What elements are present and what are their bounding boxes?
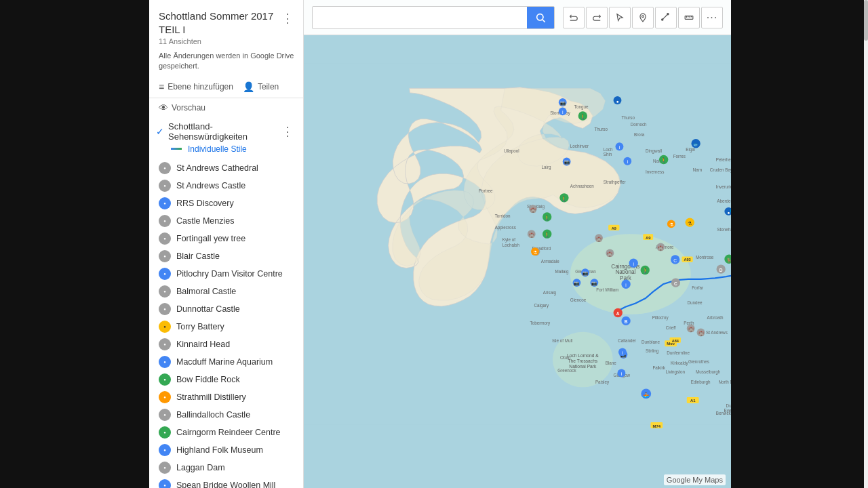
poi-icon: ● <box>159 250 171 262</box>
svg-text:🚶: 🚶 <box>544 215 551 221</box>
svg-text:The Trossachs: The Trossachs <box>568 359 598 363</box>
svg-point-2 <box>642 15 644 17</box>
svg-text:Tongue: Tongue <box>574 104 589 110</box>
share-button[interactable]: 👤 Teilen <box>243 81 279 92</box>
add-layer-button[interactable]: ≡ Ebene hinzufügen <box>159 81 233 92</box>
svg-text:North Berwick: North Berwick <box>718 380 731 384</box>
marker-tool-button[interactable] <box>632 7 654 28</box>
layer-menu-button[interactable]: ⋮ <box>279 123 296 140</box>
svg-text:Mallaig: Mallaig <box>555 269 569 274</box>
poi-icon: ● <box>159 462 171 474</box>
svg-text:A93: A93 <box>684 258 690 262</box>
layer-checkmark: ✓ <box>156 126 164 137</box>
poi-name: Kinnaird Head <box>176 340 295 349</box>
poi-item[interactable]: ●Pitlochry Dam Visitor Centre <box>149 265 303 283</box>
poi-item[interactable]: ●RRS Discovery <box>149 195 303 212</box>
poi-item[interactable]: ●Laggan Dam <box>149 459 303 476</box>
poi-item[interactable]: ●Highland Folk Museum <box>149 441 303 459</box>
svg-text:A1: A1 <box>690 399 696 403</box>
svg-text:Fort William: Fort William <box>596 287 618 292</box>
svg-text:C: C <box>674 281 677 286</box>
redo-button[interactable] <box>586 7 608 28</box>
svg-text:Thurso: Thurso <box>594 127 608 131</box>
svg-text:Isle of Mull: Isle of Mull <box>552 338 572 343</box>
map-title: Schottland Sommer 2017 TEIL I <box>159 9 280 36</box>
measure-button[interactable] <box>678 7 700 28</box>
svg-text:📷: 📷 <box>574 280 580 286</box>
poi-item[interactable]: ●Bow Fiddle Rock <box>149 371 303 388</box>
svg-text:Kirkcaldy: Kirkcaldy <box>671 361 688 366</box>
svg-text:🏰: 🏰 <box>688 326 694 332</box>
svg-text:Calgary: Calgary <box>534 303 549 308</box>
poi-icon: ● <box>159 373 171 386</box>
svg-text:📷: 📷 <box>560 100 566 106</box>
svg-text:Lochalsh: Lochalsh <box>502 243 520 247</box>
svg-text:Dunfermline: Dunfermline <box>667 350 690 355</box>
svg-text:Brora: Brora <box>634 132 645 137</box>
undo-button[interactable] <box>563 7 585 28</box>
svg-text:●: ● <box>727 210 730 215</box>
poi-item[interactable]: ●Fortingall yew tree <box>149 230 303 247</box>
svg-text:Shin: Shin <box>604 152 612 157</box>
svg-text:Loch: Loch <box>604 147 613 152</box>
more-tools-button[interactable]: ··· <box>701 7 723 28</box>
poi-icon: ● <box>159 268 171 280</box>
views-count: 11 Ansichten <box>159 37 295 45</box>
select-tool-button[interactable] <box>609 7 631 28</box>
poi-item[interactable]: ●Macduff Marine Aquarium <box>149 353 303 371</box>
svg-text:A84: A84 <box>672 339 679 343</box>
poi-icon: ● <box>159 162 171 174</box>
individual-style-button[interactable]: Individuelle Stile <box>156 142 296 157</box>
svg-text:Forres: Forres <box>673 154 686 159</box>
svg-text:Elgin: Elgin <box>686 147 695 152</box>
poi-item[interactable]: ●Castle Menzies <box>149 212 303 230</box>
poi-item[interactable]: ●Dunnottar Castle <box>149 300 303 318</box>
poi-list: ●St Andrews Cathedral●St Andrews Castle●… <box>149 159 303 488</box>
poi-item[interactable]: ●Torry Battery <box>149 318 303 336</box>
svg-text:Greenock: Greenock <box>557 368 576 373</box>
poi-item[interactable]: ●St Andrews Castle <box>149 177 303 195</box>
map-branding: Google My Maps <box>664 474 726 485</box>
poi-item[interactable]: ●Kinnaird Head <box>149 336 303 353</box>
svg-text:National: National <box>615 269 635 275</box>
svg-text:●: ● <box>616 99 618 104</box>
svg-text:A: A <box>616 311 620 316</box>
poi-item[interactable]: ●Spean Bridge Woollen Mill <box>149 476 303 488</box>
svg-text:Edinburgh: Edinburgh <box>691 380 711 385</box>
poi-item[interactable]: ●Blair Castle <box>149 247 303 265</box>
search-box[interactable] <box>312 6 555 29</box>
svg-text:🏰: 🏰 <box>530 207 536 213</box>
share-icon: 👤 <box>243 81 254 92</box>
search-button[interactable] <box>527 7 554 28</box>
svg-text:Stonehaven: Stonehaven <box>717 227 731 232</box>
search-input[interactable] <box>313 7 527 28</box>
svg-text:Inverness: Inverness <box>646 169 664 174</box>
svg-text:Dingwall: Dingwall <box>646 148 662 154</box>
poi-item[interactable]: ●Cairngorm Reindeer Centre <box>149 424 303 441</box>
poi-name: Laggan Dam <box>176 463 295 472</box>
svg-text:📷: 📷 <box>591 280 597 286</box>
svg-text:Armadale: Armadale <box>541 259 559 264</box>
poi-item[interactable]: ●Ballindalloch Castle <box>149 406 303 424</box>
poi-item[interactable]: ●Balmoral Castle <box>149 283 303 300</box>
poi-icon: ● <box>159 391 171 403</box>
preview-button[interactable]: 👁 Vorschau <box>149 98 303 117</box>
poi-name: Macduff Marine Aquarium <box>176 357 295 367</box>
svg-text:Crieff: Crieff <box>666 325 676 330</box>
svg-text:Lairg: Lairg <box>542 165 551 170</box>
poi-item[interactable]: ●St Andrews Cathedral <box>149 159 303 177</box>
poi-name: Highland Folk Museum <box>176 445 295 455</box>
svg-text:Dunblane: Dunblane <box>642 340 660 344</box>
draw-line-button[interactable] <box>655 7 677 28</box>
map-options-button[interactable]: ⋮ <box>280 9 295 27</box>
svg-text:Applecross: Applecross <box>495 225 516 230</box>
svg-text:🚶: 🚶 <box>660 157 667 163</box>
svg-text:Aberdeen: Aberdeen <box>717 199 731 203</box>
poi-item[interactable]: ●Strathmill Distillery <box>149 388 303 406</box>
poi-name: St Andrews Castle <box>176 181 295 190</box>
poi-icon: ● <box>159 321 171 333</box>
svg-text:🚣: 🚣 <box>643 392 650 398</box>
svg-text:Arisaig: Arisaig <box>543 290 557 296</box>
svg-text:A9: A9 <box>612 226 616 230</box>
svg-text:🦌: 🦌 <box>726 257 731 263</box>
